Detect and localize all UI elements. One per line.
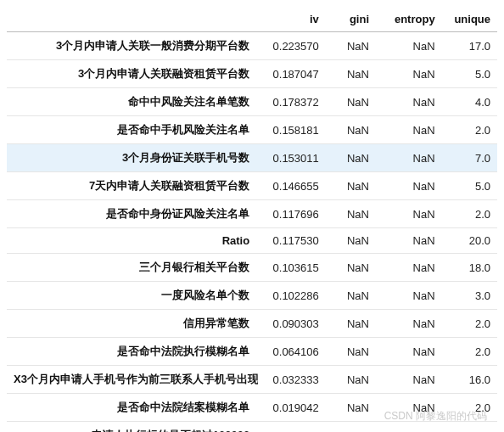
cell-unique: 2.0 <box>442 394 497 422</box>
cell-gini: NaN <box>326 282 376 310</box>
cell-gini: NaN <box>326 200 376 228</box>
table-row: 申请人执行标的是否超过1000000.001225NaNNaN2.0 <box>7 422 497 433</box>
table-row: 是否命中手机风险关注名单0.158181NaNNaN2.0 <box>7 116 497 144</box>
cell-unique: 18.0 <box>442 254 497 282</box>
table-row: 3个月身份证关联手机号数0.153011NaNNaN7.0 <box>7 144 497 172</box>
cell-entropy: NaN <box>376 366 442 394</box>
row-label: 三个月银行相关平台数 <box>7 254 258 282</box>
col-iv: iv <box>258 7 326 32</box>
row-label: 命中中风险关注名单笔数 <box>7 88 258 116</box>
row-label: 3个月内申请人关联融资租赁平台数 <box>7 60 258 88</box>
cell-unique: 3.0 <box>442 282 497 310</box>
cell-iv: 0.153011 <box>258 144 326 172</box>
cell-entropy: NaN <box>376 394 442 422</box>
table-row: 7天内申请人关联融资租赁平台数0.146655NaNNaN5.0 <box>7 172 497 200</box>
cell-gini: NaN <box>326 228 376 254</box>
cell-unique: 2.0 <box>442 116 497 144</box>
cell-gini: NaN <box>326 172 376 200</box>
cell-iv: 0.223570 <box>258 32 326 60</box>
col-unique: unique <box>442 7 497 32</box>
row-label: 是否命中法院执行模糊名单 <box>7 338 258 366</box>
table-body: 3个月内申请人关联一般消费分期平台数0.223570NaNNaN17.03个月内… <box>7 32 497 433</box>
cell-iv: 0.102286 <box>258 282 326 310</box>
cell-entropy: NaN <box>376 200 442 228</box>
table-row: X3个月内申请人手机号作为前三联系人手机号出现的次数0.032333NaNNaN… <box>7 366 497 394</box>
table-row: 是否命中身份证风险关注名单0.117696NaNNaN2.0 <box>7 200 497 228</box>
cell-unique: 20.0 <box>442 228 497 254</box>
col-entropy: entropy <box>376 7 442 32</box>
cell-iv: 0.158181 <box>258 116 326 144</box>
table-row: 是否命中法院执行模糊名单0.064106NaNNaN2.0 <box>7 338 497 366</box>
cell-iv: 0.001225 <box>258 422 326 433</box>
col-gini: gini <box>326 7 376 32</box>
cell-unique: 2.0 <box>442 422 497 433</box>
cell-gini: NaN <box>326 310 376 338</box>
table-row: Ratio0.117530NaNNaN20.0 <box>7 228 497 254</box>
table-row: 三个月银行相关平台数0.103615NaNNaN18.0 <box>7 254 497 282</box>
row-label: 3个月身份证关联手机号数 <box>7 144 258 172</box>
cell-entropy: NaN <box>376 310 442 338</box>
cell-iv: 0.117530 <box>258 228 326 254</box>
cell-gini: NaN <box>326 422 376 433</box>
cell-unique: 5.0 <box>442 172 497 200</box>
row-label: 是否命中手机风险关注名单 <box>7 116 258 144</box>
cell-unique: 17.0 <box>442 32 497 60</box>
table-row: 3个月内申请人关联融资租赁平台数0.187047NaNNaN5.0 <box>7 60 497 88</box>
cell-gini: NaN <box>326 254 376 282</box>
cell-iv: 0.187047 <box>258 60 326 88</box>
row-label: X3个月内申请人手机号作为前三联系人手机号出现的次数 <box>7 366 258 394</box>
row-label: 3个月内申请人关联一般消费分期平台数 <box>7 32 258 60</box>
row-label: 申请人执行标的是否超过100000 <box>7 422 258 433</box>
cell-entropy: NaN <box>376 422 442 433</box>
cell-gini: NaN <box>326 116 376 144</box>
cell-unique: 2.0 <box>442 338 497 366</box>
cell-gini: NaN <box>326 366 376 394</box>
row-label: 是否命中法院结案模糊名单 <box>7 394 258 422</box>
row-label: 7天内申请人关联融资租赁平台数 <box>7 172 258 200</box>
cell-gini: NaN <box>326 88 376 116</box>
data-table: iv gini entropy unique 3个月内申请人关联一般消费分期平台… <box>7 7 497 432</box>
cell-entropy: NaN <box>376 116 442 144</box>
cell-iv: 0.064106 <box>258 338 326 366</box>
row-label: 信用异常笔数 <box>7 310 258 338</box>
table-row: 是否命中法院结案模糊名单0.019042NaNNaN2.0 <box>7 394 497 422</box>
cell-iv: 0.032333 <box>258 366 326 394</box>
cell-iv: 0.146655 <box>258 172 326 200</box>
cell-iv: 0.178372 <box>258 88 326 116</box>
cell-gini: NaN <box>326 144 376 172</box>
row-label: 是否命中身份证风险关注名单 <box>7 200 258 228</box>
cell-entropy: NaN <box>376 88 442 116</box>
table-header-row: iv gini entropy unique <box>7 7 497 32</box>
cell-entropy: NaN <box>376 338 442 366</box>
row-label: Ratio <box>7 228 258 254</box>
cell-iv: 0.103615 <box>258 254 326 282</box>
cell-iv: 0.090303 <box>258 310 326 338</box>
table-row: 3个月内申请人关联一般消费分期平台数0.223570NaNNaN17.0 <box>7 32 497 60</box>
col-rowhdr <box>7 7 258 32</box>
cell-unique: 4.0 <box>442 88 497 116</box>
row-label: 一度风险名单个数 <box>7 282 258 310</box>
table-row: 信用异常笔数0.090303NaNNaN2.0 <box>7 310 497 338</box>
table-row: 一度风险名单个数0.102286NaNNaN3.0 <box>7 282 497 310</box>
cell-entropy: NaN <box>376 32 442 60</box>
cell-entropy: NaN <box>376 228 442 254</box>
cell-entropy: NaN <box>376 172 442 200</box>
cell-entropy: NaN <box>376 144 442 172</box>
cell-unique: 2.0 <box>442 200 497 228</box>
cell-unique: 16.0 <box>442 366 497 394</box>
cell-gini: NaN <box>326 32 376 60</box>
cell-unique: 7.0 <box>442 144 497 172</box>
cell-entropy: NaN <box>376 254 442 282</box>
cell-unique: 2.0 <box>442 310 497 338</box>
cell-iv: 0.117696 <box>258 200 326 228</box>
cell-gini: NaN <box>326 394 376 422</box>
cell-iv: 0.019042 <box>258 394 326 422</box>
table-row: 命中中风险关注名单笔数0.178372NaNNaN4.0 <box>7 88 497 116</box>
cell-entropy: NaN <box>376 60 442 88</box>
cell-entropy: NaN <box>376 282 442 310</box>
cell-gini: NaN <box>326 338 376 366</box>
cell-unique: 5.0 <box>442 60 497 88</box>
cell-gini: NaN <box>326 60 376 88</box>
